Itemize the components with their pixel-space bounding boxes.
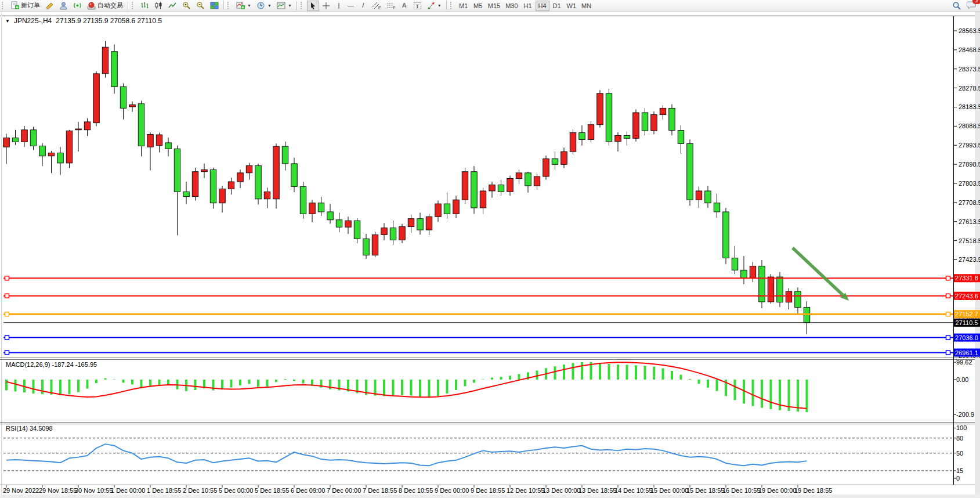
profile-button[interactable]: [57, 1, 70, 11]
toolbar-separator: [296, 1, 298, 10]
horizontal-line-tool-button[interactable]: —: [345, 1, 357, 11]
bar-chart-button[interactable]: [138, 1, 151, 11]
fibonacci-icon: F: [386, 2, 396, 10]
timeframe-M30[interactable]: M30: [503, 1, 520, 11]
auto-trading-label: 自动交易: [97, 1, 123, 10]
timeframe-MN[interactable]: MN: [579, 1, 594, 11]
cursor-tool-button[interactable]: [307, 1, 319, 11]
macd-indicator-label: MACD(12,26,9) -187.24 -165.95: [6, 361, 97, 368]
time-tick-label: 12 Dec 10:55: [507, 487, 544, 494]
candlestick-chart-button[interactable]: [152, 1, 165, 11]
text-icon: A: [402, 2, 407, 9]
candle-up: [453, 200, 460, 214]
trendline-tool-button[interactable]: /: [357, 1, 369, 11]
candle-up: [66, 131, 73, 163]
candle-down: [57, 153, 64, 163]
toolbar-grip[interactable]: [301, 2, 305, 9]
crosshair-tool-button[interactable]: [320, 1, 332, 11]
channel-tool-button[interactable]: E: [370, 1, 384, 11]
zoom-in-button[interactable]: [180, 1, 193, 11]
candle-up: [192, 172, 198, 197]
dropdown-caret-icon: ▼: [288, 3, 292, 8]
timeframe-M1[interactable]: M1: [457, 1, 471, 11]
candle-down: [669, 108, 675, 130]
crayon-button[interactable]: [43, 1, 56, 11]
arrow-objects-icon: [427, 2, 435, 10]
time-tick-label: 30 Nov 10:55: [75, 487, 113, 494]
candle-down: [39, 146, 46, 156]
timeframe-H4[interactable]: H4: [536, 1, 549, 11]
candle-down: [210, 169, 216, 203]
line-chart-button[interactable]: [166, 1, 179, 11]
macd-tick-label: -200.9: [956, 411, 974, 418]
line-anchor-handle[interactable]: [5, 276, 9, 280]
candle-up: [543, 159, 549, 176]
zoom-out-button[interactable]: [194, 1, 207, 11]
templates-button[interactable]: ▼: [274, 1, 294, 11]
candle-down: [741, 270, 747, 278]
line-anchor-handle[interactable]: [5, 294, 9, 298]
auto-trading-icon: [87, 1, 96, 10]
price-tick-label: 28468.5: [959, 46, 980, 53]
text-tool-button[interactable]: A: [399, 1, 410, 11]
new-order-label: 新订单: [21, 1, 40, 10]
line-anchor-handle[interactable]: [946, 276, 950, 280]
time-tick-label: 5 Dec 18:55: [255, 487, 289, 494]
candle-down: [327, 212, 334, 220]
time-tick-label: 8 Dec 10:55: [399, 487, 433, 494]
candle-down: [291, 164, 298, 186]
candle-up: [750, 266, 756, 278]
timeframe-M15[interactable]: M15: [486, 1, 502, 11]
line-anchor-handle[interactable]: [946, 335, 950, 340]
indicators-button[interactable]: ▼: [234, 1, 254, 11]
line-anchor-handle[interactable]: [5, 312, 9, 316]
broadcast-button[interactable]: [71, 1, 84, 11]
candle-down: [642, 113, 648, 131]
notifications-button[interactable]: 1: [964, 0, 979, 12]
line-anchor-handle[interactable]: [946, 294, 950, 298]
dropdown-caret-icon: ▼: [247, 3, 251, 8]
price-tick-label: 28563.5: [959, 27, 980, 34]
label-tool-button[interactable]: T: [411, 1, 424, 11]
toolbar-grip[interactable]: [450, 2, 454, 9]
toolbar-grip[interactable]: [2, 2, 6, 9]
toolbar-grip[interactable]: [132, 2, 136, 9]
candle-down: [336, 220, 342, 227]
new-order-button[interactable]: 新订单: [8, 1, 42, 11]
auto-trading-button[interactable]: 自动交易: [85, 1, 125, 11]
line-anchor-handle[interactable]: [5, 351, 9, 355]
toolbar-grip[interactable]: [227, 2, 232, 9]
price-tick-label: 27613.5: [959, 218, 980, 225]
template-icon: [277, 1, 285, 10]
line-price-label-text: 27243.6: [955, 293, 978, 299]
vertical-line-tool-button[interactable]: |: [333, 1, 345, 11]
periods-button[interactable]: ▼: [254, 1, 274, 11]
candle-down: [498, 185, 504, 192]
line-anchor-handle[interactable]: [946, 351, 950, 355]
collapse-triangle-icon[interactable]: ▼: [5, 19, 10, 24]
tile-windows-button[interactable]: [208, 1, 221, 11]
candle-down: [282, 146, 288, 164]
timeframe-M5[interactable]: M5: [471, 1, 485, 11]
line-anchor-handle[interactable]: [5, 335, 9, 340]
time-tick-label: 29 Nov 2022: [3, 487, 39, 494]
timeframe-H1[interactable]: H1: [521, 1, 535, 11]
arrows-tool-button[interactable]: ▼: [425, 1, 444, 11]
svg-text:T: T: [415, 3, 419, 9]
time-tick-label: 19 Dec 18:55: [794, 487, 832, 494]
macd-tick-label: 0.00: [956, 376, 968, 383]
candle-up: [237, 173, 244, 182]
candle-up: [480, 191, 486, 208]
price-tick-label: 28088.5: [959, 122, 980, 129]
toolbar-separator: [128, 1, 129, 10]
indicators-icon: [236, 1, 245, 10]
price-chart[interactable]: 28563.528468.528373.528278.528183.528088…: [0, 0, 980, 498]
fibonacci-tool-button[interactable]: F: [384, 1, 398, 11]
search-button[interactable]: [950, 1, 964, 11]
line-anchor-handle[interactable]: [946, 312, 950, 316]
price-tick-label: 28373.5: [959, 66, 980, 73]
candle-down: [714, 203, 720, 212]
timeframe-W1[interactable]: W1: [565, 1, 579, 11]
candle-up: [147, 134, 154, 147]
timeframe-D1[interactable]: D1: [550, 1, 564, 11]
